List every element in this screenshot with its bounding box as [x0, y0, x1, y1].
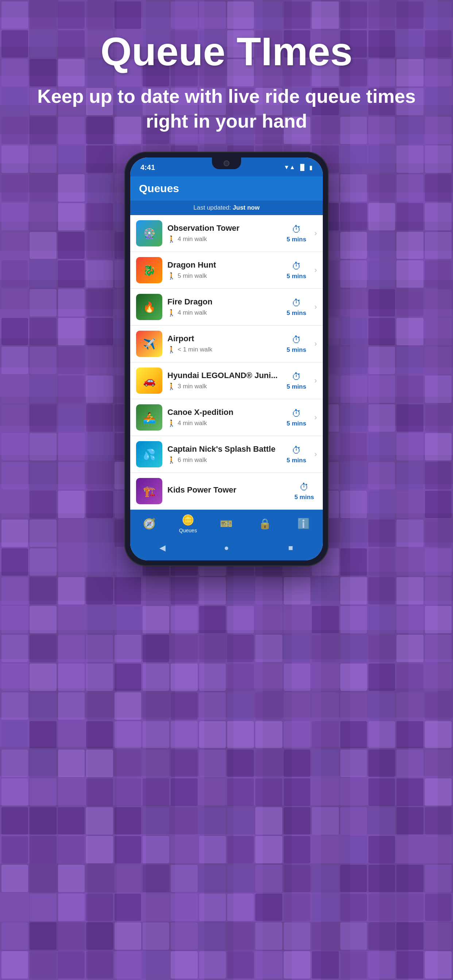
thumb-icon: 💦 [136, 441, 162, 468]
walk-time: 6 min walk [178, 457, 207, 464]
thumb-icon: 🚗 [136, 368, 162, 394]
update-prefix: Last updated: [193, 204, 233, 211]
ride-item[interactable]: 🐉 Dragon Hunt 🚶 5 min walk ⏱ 5 mins › [130, 252, 323, 289]
queue-timer-icon: ⏱ [292, 224, 301, 235]
walk-icon: 🚶 [167, 272, 175, 280]
nav-item-queues[interactable]: 🪙 Queues [173, 514, 203, 533]
nav-item-info[interactable]: ℹ️ [289, 518, 318, 530]
ride-queue: ⏱ 5 mins [294, 482, 314, 501]
ride-name: Fire Dragon [167, 297, 282, 307]
ride-item[interactable]: 🎡 Observation Tower 🚶 4 min walk ⏱ 5 min… [130, 215, 323, 252]
ride-walk: 🚶 5 min walk [167, 272, 282, 280]
walk-icon: 🚶 [167, 309, 175, 317]
queue-time: 5 mins [287, 420, 306, 427]
chevron-right-icon: › [314, 450, 317, 459]
phone-notch [212, 158, 241, 169]
queue-timer-icon: ⏱ [292, 261, 301, 272]
thumb-icon: 🚣 [136, 404, 162, 431]
ride-name: Dragon Hunt [167, 260, 282, 270]
ride-thumbnail: 🔥 [136, 294, 162, 320]
back-button[interactable]: ◀ [156, 541, 169, 555]
ride-thumbnail: 🚗 [136, 368, 162, 394]
status-icons: ▼▲ ▐▌ ▮ [284, 164, 313, 171]
ride-item[interactable]: 🔥 Fire Dragon 🚶 4 min walk ⏱ 5 mins › [130, 289, 323, 326]
queue-time: 5 mins [287, 236, 306, 243]
battery-icon: ▮ [309, 164, 313, 171]
walk-icon: 🚶 [167, 456, 175, 464]
ride-thumbnail: 💦 [136, 441, 162, 468]
walk-icon: 🚶 [167, 419, 175, 427]
queue-time: 5 mins [287, 310, 306, 317]
ride-name: Airport [167, 334, 282, 344]
android-nav: ◀●■ [130, 537, 323, 560]
queue-time: 5 mins [287, 273, 306, 280]
ride-info: Fire Dragon 🚶 4 min walk [167, 297, 282, 317]
ride-walk: 🚶 6 min walk [167, 456, 282, 464]
chevron-right-icon: › [314, 302, 317, 312]
info-nav-icon: ℹ️ [297, 518, 310, 530]
ride-item[interactable]: 🚣 Canoe X-pedition 🚶 4 min walk ⏱ 5 mins… [130, 399, 323, 436]
ride-item[interactable]: 🏗️ Kids Power Tower ⏱ 5 mins [130, 473, 323, 510]
ride-list: 🎡 Observation Tower 🚶 4 min walk ⏱ 5 min… [130, 215, 323, 510]
ride-item[interactable]: 💦 Captain Nick's Splash Battle 🚶 6 min w… [130, 436, 323, 473]
walk-time: 4 min walk [178, 420, 207, 427]
ride-queue: ⏱ 5 mins [287, 224, 306, 243]
queue-time: 5 mins [287, 346, 306, 354]
app-header: Queues [130, 177, 323, 200]
ride-walk: 🚶 4 min walk [167, 309, 282, 317]
nav-item-tickets[interactable]: 🎫 [212, 518, 241, 530]
ride-item[interactable]: ✈️ Airport 🚶 < 1 min walk ⏱ 5 mins › [130, 326, 323, 363]
queue-time: 5 mins [294, 494, 314, 501]
wifi-icon: ▼▲ [284, 164, 295, 170]
queue-timer-icon: ⏱ [300, 482, 309, 493]
walk-time: 5 min walk [178, 272, 207, 280]
walk-icon: 🚶 [167, 345, 175, 354]
ride-item[interactable]: 🚗 Hyundai LEGOLAND® Juni... 🚶 3 min walk… [130, 363, 323, 399]
bottom-nav[interactable]: 🧭 🪙 Queues 🎫 🔒 ℹ️ [130, 510, 323, 537]
signal-icon: ▐▌ [298, 164, 306, 170]
ride-name: Observation Tower [167, 223, 282, 233]
ride-info: Canoe X-pedition 🚶 4 min walk [167, 407, 282, 427]
walk-time: < 1 min walk [178, 346, 212, 353]
ride-info: Hyundai LEGOLAND® Juni... 🚶 3 min walk [167, 371, 282, 390]
queues-nav-icon: 🪙 [182, 514, 195, 526]
thumb-icon: 🏗️ [136, 478, 162, 504]
walk-time: 4 min walk [178, 235, 207, 243]
nav-item-explore[interactable]: 🧭 [135, 518, 164, 530]
ride-thumbnail: ✈️ [136, 331, 162, 357]
walk-icon: 🚶 [167, 235, 175, 243]
update-time: Just now [233, 204, 260, 211]
recents-button[interactable]: ■ [284, 541, 297, 555]
camera [223, 161, 230, 166]
ride-queue: ⏱ 5 mins [287, 261, 306, 280]
explore-nav-icon: 🧭 [143, 518, 156, 530]
ride-walk: 🚶 < 1 min walk [167, 345, 282, 354]
ride-queue: ⏱ 5 mins [287, 298, 306, 317]
ride-walk: 🚶 3 min walk [167, 382, 282, 390]
queue-timer-icon: ⏱ [292, 334, 301, 345]
walk-icon: 🚶 [167, 382, 175, 390]
ride-thumbnail: 🏗️ [136, 478, 162, 504]
walk-time: 4 min walk [178, 309, 207, 317]
queue-timer-icon: ⏱ [292, 408, 301, 419]
nav-item-lock[interactable]: 🔒 [250, 518, 280, 530]
tickets-nav-icon: 🎫 [220, 518, 233, 530]
chevron-right-icon: › [314, 339, 317, 348]
walk-time: 3 min walk [178, 383, 207, 390]
queue-timer-icon: ⏱ [292, 298, 301, 309]
phone-mockup: 4:41 ▼▲ ▐▌ ▮ Queues Last updated: Just n… [124, 152, 329, 566]
ride-queue: ⏱ 5 mins [287, 371, 306, 390]
ride-thumbnail: 🎡 [136, 220, 162, 247]
ride-walk: 🚶 4 min walk [167, 235, 282, 243]
ride-thumbnail: 🚣 [136, 404, 162, 431]
thumb-icon: 🔥 [136, 294, 162, 320]
queue-time: 5 mins [287, 383, 306, 390]
home-button[interactable]: ● [220, 541, 233, 555]
ride-info: Dragon Hunt 🚶 5 min walk [167, 260, 282, 280]
thumb-icon: 🎡 [136, 220, 162, 247]
lock-nav-icon: 🔒 [258, 518, 271, 530]
app-header-title: Queues [139, 182, 179, 194]
ride-queue: ⏱ 5 mins [287, 445, 306, 464]
ride-info: Observation Tower 🚶 4 min walk [167, 223, 282, 243]
ride-queue: ⏱ 5 mins [287, 408, 306, 427]
